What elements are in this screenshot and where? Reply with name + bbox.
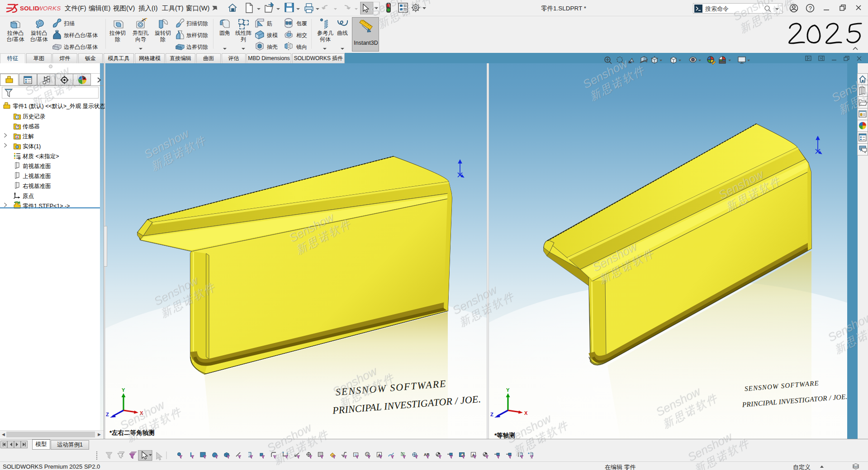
svg-text:*左右二等角轴测: *左右二等角轴测 (109, 429, 155, 436)
svg-text:X: X (140, 410, 143, 416)
svg-text:Y: Y (506, 387, 510, 393)
svg-text:*等轴测: *等轴测 (494, 432, 515, 439)
svg-text:WORKS: WORKS (37, 5, 61, 12)
svg-text:Z: Z (106, 412, 109, 417)
svg-text:X: X (524, 410, 528, 416)
svg-text:?: ? (809, 5, 812, 12)
svg-text:SOLID: SOLID (20, 5, 39, 12)
svg-text:A: A (16, 136, 19, 139)
svg-text:Z: Z (490, 412, 493, 417)
svg-text:Y: Y (122, 387, 125, 393)
